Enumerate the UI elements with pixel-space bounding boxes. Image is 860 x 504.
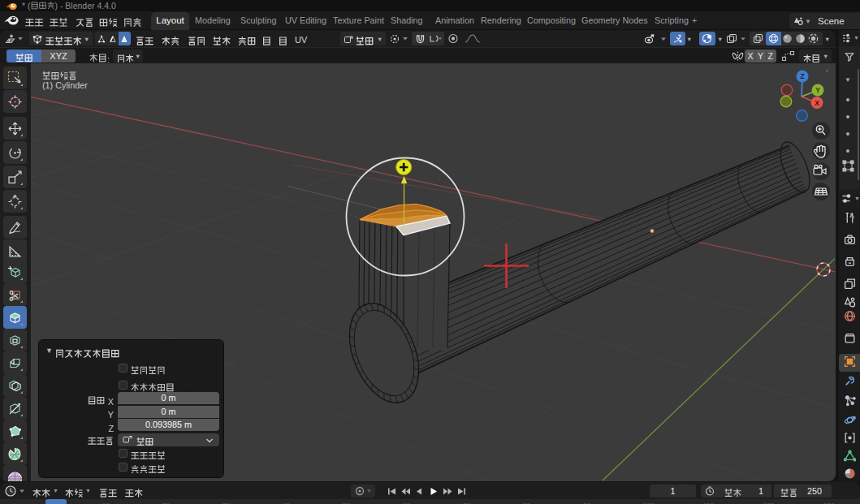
svg-text:X: X — [815, 99, 819, 107]
svg-text:Z: Z — [800, 72, 804, 80]
svg-text:Y: Y — [815, 86, 820, 94]
